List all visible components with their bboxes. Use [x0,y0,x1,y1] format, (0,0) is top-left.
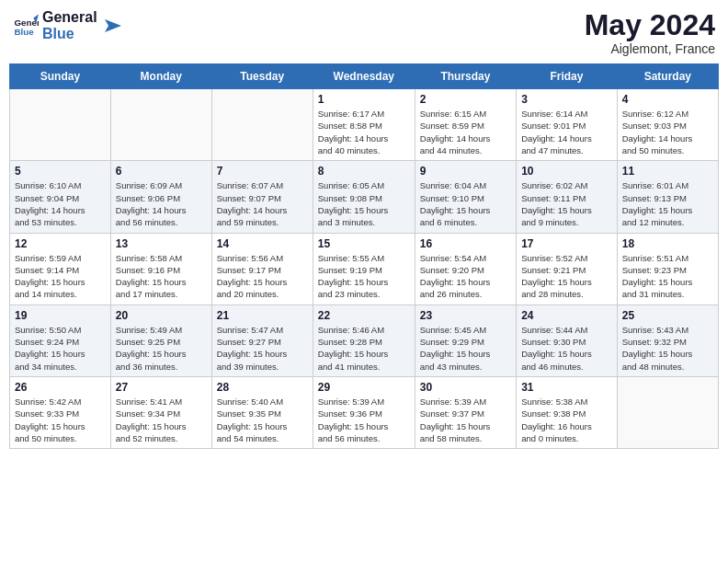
weekday-header-sunday: Sunday [10,64,111,89]
calendar-cell: 11Sunrise: 6:01 AMSunset: 9:13 PMDayligh… [617,161,718,233]
day-number: 18 [622,237,713,250]
calendar-cell: 18Sunrise: 5:51 AMSunset: 9:23 PMDayligh… [617,233,718,304]
day-number: 23 [420,309,511,322]
day-info: Sunrise: 6:02 AMSunset: 9:11 PMDaylight:… [521,179,612,228]
svg-text:Blue: Blue [14,26,34,36]
day-info: Sunrise: 5:58 AMSunset: 9:16 PMDaylight:… [116,252,207,301]
day-info: Sunrise: 5:55 AMSunset: 9:19 PMDaylight:… [318,252,410,301]
day-number: 4 [622,93,713,106]
weekday-header-friday: Friday [517,64,618,89]
logo-arrow-icon [101,16,121,36]
day-number: 30 [420,381,511,394]
day-info: Sunrise: 6:14 AMSunset: 9:01 PMDaylight:… [521,108,612,156]
calendar-cell: 15Sunrise: 5:55 AMSunset: 9:19 PMDayligh… [313,233,415,304]
day-info: Sunrise: 6:07 AMSunset: 9:07 PMDaylight:… [217,179,308,228]
day-number: 8 [318,165,410,178]
day-number: 26 [15,381,106,394]
day-number: 1 [318,93,410,106]
day-info: Sunrise: 5:44 AMSunset: 9:30 PMDaylight:… [521,324,612,373]
calendar-cell: 26Sunrise: 5:42 AMSunset: 9:33 PMDayligh… [10,376,111,448]
day-info: Sunrise: 6:17 AMSunset: 8:58 PMDaylight:… [318,108,410,156]
calendar-cell: 20Sunrise: 5:49 AMSunset: 9:25 PMDayligh… [110,304,211,376]
day-info: Sunrise: 6:01 AMSunset: 9:13 PMDaylight:… [622,179,713,228]
day-info: Sunrise: 6:04 AMSunset: 9:10 PMDaylight:… [420,179,511,228]
location: Aiglemont, France [585,41,715,56]
day-number: 16 [420,237,511,250]
day-number: 24 [521,309,612,322]
day-info: Sunrise: 5:54 AMSunset: 9:20 PMDaylight:… [420,252,511,301]
day-number: 28 [217,381,308,394]
weekday-header-row: SundayMondayTuesdayWednesdayThursdayFrid… [10,64,719,89]
day-number: 2 [420,93,511,106]
calendar-cell: 17Sunrise: 5:52 AMSunset: 9:21 PMDayligh… [517,233,618,304]
calendar-cell: 10Sunrise: 6:02 AMSunset: 9:11 PMDayligh… [517,161,618,233]
logo-text-blue: Blue [42,26,97,42]
calendar-cell [10,89,111,161]
logo-icon: General Blue [13,13,39,39]
day-number: 10 [521,165,612,178]
day-number: 6 [116,165,207,178]
day-number: 19 [15,309,106,322]
day-info: Sunrise: 5:39 AMSunset: 9:37 PMDaylight:… [420,396,511,444]
weekday-header-thursday: Thursday [415,64,516,89]
calendar-cell: 9Sunrise: 6:04 AMSunset: 9:10 PMDaylight… [415,161,516,233]
day-info: Sunrise: 5:46 AMSunset: 9:28 PMDaylight:… [318,324,410,373]
calendar-cell [211,89,313,161]
calendar-cell: 22Sunrise: 5:46 AMSunset: 9:28 PMDayligh… [313,304,415,376]
day-number: 12 [15,237,106,250]
calendar-cell: 27Sunrise: 5:41 AMSunset: 9:34 PMDayligh… [110,376,211,448]
day-info: Sunrise: 5:38 AMSunset: 9:38 PMDaylight:… [521,396,612,444]
calendar-cell: 12Sunrise: 5:59 AMSunset: 9:14 PMDayligh… [10,233,111,304]
calendar-cell: 3Sunrise: 6:14 AMSunset: 9:01 PMDaylight… [517,89,618,161]
day-info: Sunrise: 5:51 AMSunset: 9:23 PMDaylight:… [622,252,713,301]
calendar-cell: 7Sunrise: 6:07 AMSunset: 9:07 PMDaylight… [211,161,313,233]
calendar-cell: 23Sunrise: 5:45 AMSunset: 9:29 PMDayligh… [415,304,516,376]
calendar-week-1: 1Sunrise: 6:17 AMSunset: 8:58 PMDaylight… [10,89,719,161]
day-info: Sunrise: 5:45 AMSunset: 9:29 PMDaylight:… [420,324,511,373]
day-number: 9 [420,165,511,178]
calendar-cell: 28Sunrise: 5:40 AMSunset: 9:35 PMDayligh… [211,376,313,448]
weekday-header-monday: Monday [110,64,211,89]
calendar-week-3: 12Sunrise: 5:59 AMSunset: 9:14 PMDayligh… [10,233,719,304]
calendar-cell: 1Sunrise: 6:17 AMSunset: 8:58 PMDaylight… [313,89,415,161]
month-title: May 2024 [585,9,715,41]
calendar-cell [110,89,211,161]
weekday-header-saturday: Saturday [617,64,718,89]
day-number: 21 [217,309,308,322]
calendar-table: SundayMondayTuesdayWednesdayThursdayFrid… [9,63,719,449]
calendar-week-4: 19Sunrise: 5:50 AMSunset: 9:24 PMDayligh… [10,304,719,376]
day-number: 27 [116,381,207,394]
calendar-cell: 6Sunrise: 6:09 AMSunset: 9:06 PMDaylight… [110,161,211,233]
day-number: 20 [116,309,207,322]
calendar-cell: 16Sunrise: 5:54 AMSunset: 9:20 PMDayligh… [415,233,516,304]
day-info: Sunrise: 5:42 AMSunset: 9:33 PMDaylight:… [15,396,106,444]
day-info: Sunrise: 5:47 AMSunset: 9:27 PMDaylight:… [217,324,308,373]
calendar-cell: 25Sunrise: 5:43 AMSunset: 9:32 PMDayligh… [617,304,718,376]
day-number: 22 [318,309,410,322]
calendar-week-2: 5Sunrise: 6:10 AMSunset: 9:04 PMDaylight… [10,161,719,233]
day-number: 14 [217,237,308,250]
day-info: Sunrise: 5:49 AMSunset: 9:25 PMDaylight:… [116,324,207,373]
day-number: 31 [521,381,612,394]
day-number: 7 [217,165,308,178]
day-number: 17 [521,237,612,250]
weekday-header-wednesday: Wednesday [313,64,415,89]
day-number: 15 [318,237,410,250]
day-info: Sunrise: 6:10 AMSunset: 9:04 PMDaylight:… [15,179,106,228]
weekday-header-tuesday: Tuesday [211,64,313,89]
title-block: May 2024 Aiglemont, France [585,9,715,56]
calendar-cell: 31Sunrise: 5:38 AMSunset: 9:38 PMDayligh… [517,376,618,448]
day-info: Sunrise: 5:56 AMSunset: 9:17 PMDaylight:… [217,252,308,301]
page-header: General Blue General Blue May 2024 Aigle… [9,9,719,56]
day-number: 11 [622,165,713,178]
calendar-cell: 2Sunrise: 6:15 AMSunset: 8:59 PMDaylight… [415,89,516,161]
day-info: Sunrise: 5:50 AMSunset: 9:24 PMDaylight:… [15,324,106,373]
calendar-cell: 30Sunrise: 5:39 AMSunset: 9:37 PMDayligh… [415,376,516,448]
day-info: Sunrise: 6:12 AMSunset: 9:03 PMDaylight:… [622,108,713,156]
day-info: Sunrise: 5:41 AMSunset: 9:34 PMDaylight:… [116,396,207,444]
calendar-cell: 8Sunrise: 6:05 AMSunset: 9:08 PMDaylight… [313,161,415,233]
calendar-cell: 5Sunrise: 6:10 AMSunset: 9:04 PMDaylight… [10,161,111,233]
day-info: Sunrise: 5:43 AMSunset: 9:32 PMDaylight:… [622,324,713,373]
calendar-cell: 29Sunrise: 5:39 AMSunset: 9:36 PMDayligh… [313,376,415,448]
day-info: Sunrise: 5:59 AMSunset: 9:14 PMDaylight:… [15,252,106,301]
